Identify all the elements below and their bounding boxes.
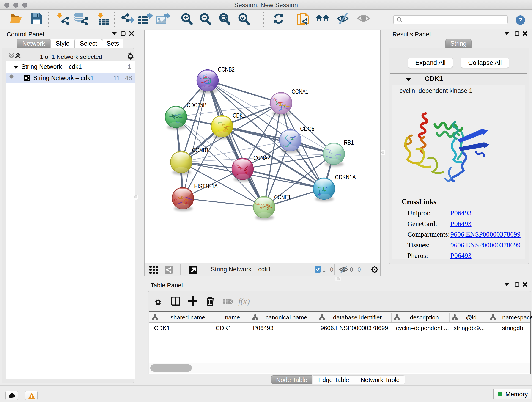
svg-text:RB1: RB1 bbox=[344, 139, 354, 146]
svg-text:CCNE1: CCNE1 bbox=[274, 194, 291, 201]
svg-text:HIST1H1A: HIST1H1A bbox=[194, 183, 218, 190]
svg-text:CCNA2: CCNA2 bbox=[253, 154, 270, 161]
svg-text:CCNA1: CCNA1 bbox=[292, 88, 308, 95]
svg-text:CDK1: CDK1 bbox=[233, 112, 245, 119]
svg-text:CDC6: CDC6 bbox=[300, 125, 314, 132]
svg-text:CCNB2: CCNB2 bbox=[218, 66, 234, 73]
svg-text:CDKN1A: CDKN1A bbox=[335, 174, 356, 181]
svg-text:CCNB1: CCNB1 bbox=[192, 147, 209, 153]
svg-text:CDC25B: CDC25B bbox=[187, 102, 206, 109]
